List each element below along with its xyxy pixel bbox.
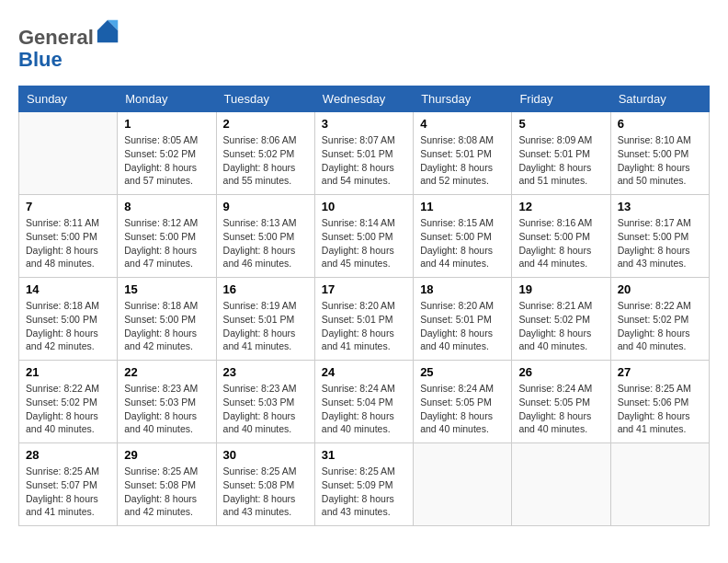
day-number: 9 — [223, 200, 308, 213]
calendar-empty — [19, 112, 118, 195]
logo-general-text: General — [18, 26, 94, 49]
calendar-table: SundayMondayTuesdayWednesdayThursdayFrid… — [18, 86, 710, 526]
day-info: Sunrise: 8:25 AM Sunset: 5:06 PM Dayligh… — [618, 382, 702, 436]
day-info: Sunrise: 8:22 AM Sunset: 5:02 PM Dayligh… — [26, 382, 110, 436]
day-number: 3 — [322, 117, 406, 131]
calendar-header-row: SundayMondayTuesdayWednesdayThursdayFrid… — [19, 86, 710, 112]
calendar-day-12: 12Sunrise: 8:16 AM Sunset: 5:00 PM Dayli… — [512, 195, 610, 278]
calendar-week-row: 28Sunrise: 8:25 AM Sunset: 5:07 PM Dayli… — [19, 443, 710, 526]
day-number: 20 — [618, 282, 702, 296]
calendar-day-2: 2Sunrise: 8:06 AM Sunset: 5:02 PM Daylig… — [216, 112, 314, 195]
day-info: Sunrise: 8:15 AM Sunset: 5:00 PM Dayligh… — [420, 216, 505, 270]
page-header: General Blue — [18, 18, 710, 71]
calendar-day-9: 9Sunrise: 8:13 AM Sunset: 5:00 PM Daylig… — [216, 195, 314, 278]
calendar-day-29: 29Sunrise: 8:25 AM Sunset: 5:08 PM Dayli… — [118, 443, 216, 526]
day-number: 30 — [223, 448, 308, 462]
calendar-day-18: 18Sunrise: 8:20 AM Sunset: 5:01 PM Dayli… — [414, 278, 512, 361]
day-info: Sunrise: 8:25 AM Sunset: 5:08 PM Dayligh… — [223, 465, 308, 519]
day-info: Sunrise: 8:18 AM Sunset: 5:00 PM Dayligh… — [26, 299, 110, 353]
day-info: Sunrise: 8:22 AM Sunset: 5:02 PM Dayligh… — [618, 299, 702, 353]
calendar-day-14: 14Sunrise: 8:18 AM Sunset: 5:00 PM Dayli… — [19, 278, 118, 361]
day-info: Sunrise: 8:14 AM Sunset: 5:00 PM Dayligh… — [322, 216, 406, 270]
calendar-day-30: 30Sunrise: 8:25 AM Sunset: 5:08 PM Dayli… — [216, 443, 314, 526]
day-info: Sunrise: 8:25 AM Sunset: 5:07 PM Dayligh… — [26, 465, 110, 519]
calendar-day-19: 19Sunrise: 8:21 AM Sunset: 5:02 PM Dayli… — [512, 278, 610, 361]
calendar-day-5: 5Sunrise: 8:09 AM Sunset: 5:01 PM Daylig… — [512, 112, 610, 195]
calendar-day-1: 1Sunrise: 8:05 AM Sunset: 5:02 PM Daylig… — [118, 112, 216, 195]
day-info: Sunrise: 8:23 AM Sunset: 5:03 PM Dayligh… — [124, 382, 209, 436]
day-info: Sunrise: 8:12 AM Sunset: 5:00 PM Dayligh… — [124, 216, 209, 270]
day-number: 5 — [518, 117, 603, 131]
calendar-day-31: 31Sunrise: 8:25 AM Sunset: 5:09 PM Dayli… — [314, 443, 413, 526]
day-info: Sunrise: 8:05 AM Sunset: 5:02 PM Dayligh… — [124, 133, 209, 188]
day-number: 10 — [322, 200, 406, 213]
calendar-day-26: 26Sunrise: 8:24 AM Sunset: 5:05 PM Dayli… — [512, 361, 610, 443]
day-info: Sunrise: 8:24 AM Sunset: 5:05 PM Dayligh… — [420, 382, 505, 436]
day-number: 23 — [223, 365, 308, 379]
calendar-day-24: 24Sunrise: 8:24 AM Sunset: 5:04 PM Dayli… — [314, 361, 413, 443]
day-info: Sunrise: 8:25 AM Sunset: 5:09 PM Dayligh… — [322, 465, 406, 519]
day-info: Sunrise: 8:16 AM Sunset: 5:00 PM Dayligh… — [518, 216, 603, 270]
weekday-header-tuesday: Tuesday — [216, 86, 314, 112]
day-info: Sunrise: 8:17 AM Sunset: 5:00 PM Dayligh… — [618, 216, 702, 270]
day-number: 17 — [322, 282, 406, 296]
weekday-header-wednesday: Wednesday — [314, 86, 413, 112]
day-info: Sunrise: 8:25 AM Sunset: 5:08 PM Dayligh… — [124, 465, 209, 519]
calendar-week-row: 1Sunrise: 8:05 AM Sunset: 5:02 PM Daylig… — [19, 112, 710, 195]
day-number: 7 — [26, 200, 110, 213]
weekday-header-saturday: Saturday — [610, 86, 709, 112]
day-info: Sunrise: 8:08 AM Sunset: 5:01 PM Dayligh… — [420, 133, 505, 188]
day-info: Sunrise: 8:24 AM Sunset: 5:05 PM Dayligh… — [518, 382, 603, 436]
day-info: Sunrise: 8:10 AM Sunset: 5:00 PM Dayligh… — [618, 133, 702, 188]
calendar-week-row: 7Sunrise: 8:11 AM Sunset: 5:00 PM Daylig… — [19, 195, 710, 278]
day-number: 18 — [420, 282, 505, 296]
day-number: 4 — [420, 117, 505, 131]
day-number: 31 — [322, 448, 406, 462]
day-info: Sunrise: 8:11 AM Sunset: 5:00 PM Dayligh… — [26, 216, 110, 270]
calendar-day-10: 10Sunrise: 8:14 AM Sunset: 5:00 PM Dayli… — [314, 195, 413, 278]
day-info: Sunrise: 8:06 AM Sunset: 5:02 PM Dayligh… — [223, 133, 308, 188]
day-number: 14 — [26, 282, 110, 296]
day-info: Sunrise: 8:09 AM Sunset: 5:01 PM Dayligh… — [518, 133, 603, 188]
day-number: 2 — [223, 117, 308, 131]
calendar-empty — [610, 443, 709, 526]
day-number: 15 — [124, 282, 209, 296]
calendar-day-13: 13Sunrise: 8:17 AM Sunset: 5:00 PM Dayli… — [610, 195, 709, 278]
day-number: 28 — [26, 448, 110, 462]
day-info: Sunrise: 8:07 AM Sunset: 5:01 PM Dayligh… — [322, 133, 406, 188]
weekday-header-thursday: Thursday — [414, 86, 512, 112]
calendar-day-11: 11Sunrise: 8:15 AM Sunset: 5:00 PM Dayli… — [414, 195, 512, 278]
day-number: 22 — [124, 365, 209, 379]
weekday-header-sunday: Sunday — [19, 86, 118, 112]
calendar-day-6: 6Sunrise: 8:10 AM Sunset: 5:00 PM Daylig… — [610, 112, 709, 195]
calendar-day-7: 7Sunrise: 8:11 AM Sunset: 5:00 PM Daylig… — [19, 195, 118, 278]
day-info: Sunrise: 8:24 AM Sunset: 5:04 PM Dayligh… — [322, 382, 406, 436]
day-info: Sunrise: 8:13 AM Sunset: 5:00 PM Dayligh… — [223, 216, 308, 270]
calendar-day-3: 3Sunrise: 8:07 AM Sunset: 5:01 PM Daylig… — [314, 112, 413, 195]
calendar-week-row: 21Sunrise: 8:22 AM Sunset: 5:02 PM Dayli… — [19, 361, 710, 443]
day-info: Sunrise: 8:23 AM Sunset: 5:03 PM Dayligh… — [223, 382, 308, 436]
day-number: 16 — [223, 282, 308, 296]
calendar-day-27: 27Sunrise: 8:25 AM Sunset: 5:06 PM Dayli… — [610, 361, 709, 443]
calendar-empty — [414, 443, 512, 526]
day-info: Sunrise: 8:20 AM Sunset: 5:01 PM Dayligh… — [322, 299, 406, 353]
calendar-day-17: 17Sunrise: 8:20 AM Sunset: 5:01 PM Dayli… — [314, 278, 413, 361]
day-info: Sunrise: 8:20 AM Sunset: 5:01 PM Dayligh… — [420, 299, 505, 353]
day-info: Sunrise: 8:21 AM Sunset: 5:02 PM Dayligh… — [518, 299, 603, 353]
calendar-empty — [512, 443, 610, 526]
day-number: 19 — [518, 282, 603, 296]
calendar-day-23: 23Sunrise: 8:23 AM Sunset: 5:03 PM Dayli… — [216, 361, 314, 443]
day-number: 12 — [518, 200, 603, 213]
logo-icon — [96, 18, 121, 44]
day-number: 11 — [420, 200, 505, 213]
calendar-day-25: 25Sunrise: 8:24 AM Sunset: 5:05 PM Dayli… — [414, 361, 512, 443]
calendar-day-28: 28Sunrise: 8:25 AM Sunset: 5:07 PM Dayli… — [19, 443, 118, 526]
day-number: 21 — [26, 365, 110, 379]
calendar-day-4: 4Sunrise: 8:08 AM Sunset: 5:01 PM Daylig… — [414, 112, 512, 195]
weekday-header-friday: Friday — [512, 86, 610, 112]
day-number: 29 — [124, 448, 209, 462]
day-number: 24 — [322, 365, 406, 379]
day-info: Sunrise: 8:18 AM Sunset: 5:00 PM Dayligh… — [124, 299, 209, 353]
logo: General Blue — [18, 18, 121, 71]
calendar-day-20: 20Sunrise: 8:22 AM Sunset: 5:02 PM Dayli… — [610, 278, 709, 361]
